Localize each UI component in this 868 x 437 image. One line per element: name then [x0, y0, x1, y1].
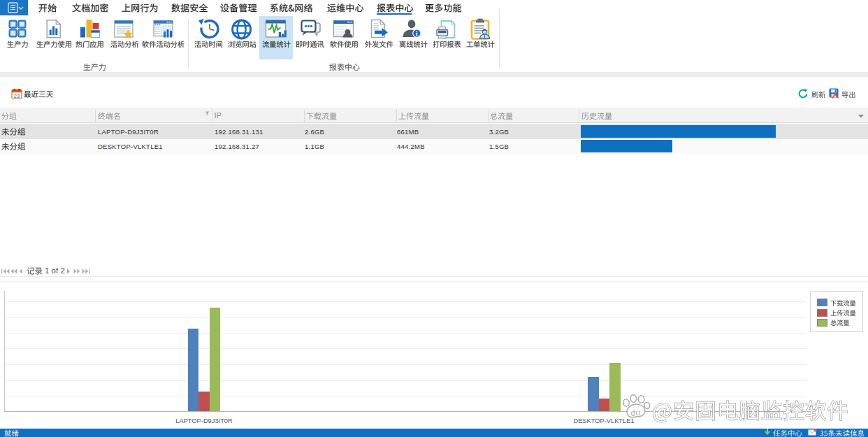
svg-text:23: 23 — [14, 93, 20, 99]
svg-text:du: du — [630, 407, 641, 418]
